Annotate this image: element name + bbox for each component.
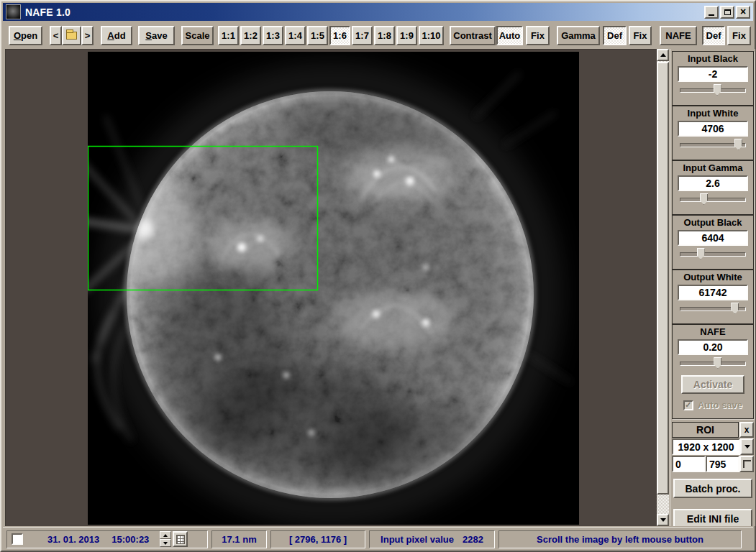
wavelength-text: 17.1 nm bbox=[222, 534, 256, 545]
vertical-scrollbar[interactable] bbox=[657, 49, 669, 526]
nafe-fix-button[interactable]: Fix bbox=[727, 26, 751, 45]
scale-1-4-button[interactable]: 1:4 bbox=[285, 26, 306, 45]
date-spinner bbox=[160, 531, 171, 547]
output-black-slider[interactable] bbox=[680, 248, 746, 260]
scale-1-9-button[interactable]: 1:9 bbox=[396, 26, 417, 45]
roi-position-row bbox=[672, 456, 754, 472]
roi-close-button[interactable]: x bbox=[739, 422, 754, 438]
save-button[interactable]: Save bbox=[138, 26, 175, 45]
input-black-slider[interactable] bbox=[680, 84, 746, 96]
scale-1-10-button[interactable]: 1:10 bbox=[419, 26, 444, 45]
date-text: 31. 01. 2013 bbox=[47, 534, 99, 545]
date-spinner-up-button[interactable] bbox=[160, 531, 171, 539]
next-file-button[interactable]: > bbox=[81, 26, 94, 45]
slider-thumb[interactable] bbox=[700, 193, 708, 205]
scrollbar-thumb[interactable] bbox=[657, 62, 669, 494]
arrow-down-icon bbox=[660, 518, 666, 525]
pixel-value-number: 2282 bbox=[463, 534, 483, 545]
browse-folder-button[interactable] bbox=[62, 26, 81, 45]
solar-image[interactable] bbox=[88, 52, 579, 525]
roi-header: ROI x bbox=[672, 422, 754, 438]
contrast-auto-button[interactable]: Auto bbox=[496, 26, 523, 45]
minimize-button[interactable] bbox=[704, 6, 719, 19]
activate-button[interactable]: Activate bbox=[681, 375, 744, 394]
batch-process-button[interactable]: Batch proc. bbox=[673, 479, 752, 498]
roi-section: ROI x 1920 x 1200 bbox=[672, 422, 754, 472]
close-button[interactable]: × bbox=[736, 6, 750, 19]
folder-icon bbox=[66, 32, 77, 40]
slider-thumb[interactable] bbox=[734, 139, 742, 150]
edit-ini-button[interactable]: Edit INI file bbox=[673, 509, 752, 526]
nafe-group: NAFE Activate ✓ Auto save bbox=[672, 324, 754, 419]
pixel-value-panel: Input pixel value 2282 bbox=[369, 530, 495, 548]
app-window: NAFE 1.0 × Open < > Add Save Scale 1:1 1… bbox=[0, 0, 756, 552]
roi-y-field[interactable] bbox=[706, 456, 739, 472]
slider-track[interactable] bbox=[680, 252, 746, 257]
scale-1-3-button[interactable]: 1:3 bbox=[263, 26, 283, 45]
input-gamma-group: Input Gamma bbox=[672, 160, 754, 215]
output-black-field[interactable] bbox=[678, 230, 748, 246]
app-icon bbox=[6, 4, 21, 19]
status-checkbox[interactable] bbox=[12, 533, 23, 545]
checkmark-icon: ✓ bbox=[685, 401, 691, 409]
gamma-fix-button[interactable]: Fix bbox=[629, 26, 652, 45]
nafe-field[interactable] bbox=[678, 339, 748, 355]
slider-track[interactable] bbox=[680, 362, 746, 366]
scale-1-7-button[interactable]: 1:7 bbox=[352, 26, 373, 45]
input-gamma-slider[interactable] bbox=[680, 193, 746, 206]
image-viewport[interactable] bbox=[5, 49, 657, 526]
scroll-up-button[interactable] bbox=[657, 49, 669, 61]
gamma-def-button[interactable]: Def bbox=[603, 26, 627, 45]
nafe-def-button[interactable]: Def bbox=[702, 26, 725, 45]
scale-1-6-button[interactable]: 1:6 bbox=[329, 26, 350, 45]
roi-size-dropdown-button[interactable] bbox=[740, 438, 754, 455]
contrast-fix-button[interactable]: Fix bbox=[526, 26, 550, 45]
corner-arrow-icon bbox=[743, 460, 751, 468]
input-white-slider[interactable] bbox=[680, 139, 746, 151]
time-text: 15:00:23 bbox=[111, 534, 149, 545]
arrow-up-icon bbox=[660, 50, 666, 57]
slider-thumb[interactable] bbox=[714, 84, 721, 96]
input-black-label: Input Black bbox=[673, 53, 753, 65]
output-white-group: Output White bbox=[672, 270, 754, 324]
input-white-field[interactable] bbox=[678, 121, 748, 137]
scale-1-1-button[interactable]: 1:1 bbox=[218, 26, 239, 45]
contrast-group-label: Contrast bbox=[450, 26, 496, 45]
roi-x-field[interactable] bbox=[672, 456, 706, 472]
nafe-group-label: NAFE bbox=[660, 26, 697, 45]
wavelength-panel: 17.1 nm bbox=[211, 530, 267, 548]
slider-track[interactable] bbox=[680, 88, 746, 93]
titlebar: NAFE 1.0 × bbox=[3, 3, 753, 21]
prev-file-button[interactable]: < bbox=[50, 26, 62, 45]
output-black-group: Output Black bbox=[672, 215, 754, 270]
output-white-slider[interactable] bbox=[680, 303, 746, 315]
input-black-field[interactable] bbox=[678, 66, 748, 82]
scale-1-2-button[interactable]: 1:2 bbox=[240, 26, 261, 45]
scroll-down-button[interactable] bbox=[657, 514, 669, 526]
window-title: NAFE 1.0 bbox=[25, 6, 70, 18]
hint-panel: Scroll the image by left mouse button bbox=[498, 530, 742, 548]
output-white-field[interactable] bbox=[678, 285, 748, 300]
input-white-label: Input White bbox=[673, 108, 753, 119]
roi-corner-button[interactable] bbox=[739, 456, 754, 472]
input-gamma-field[interactable] bbox=[678, 175, 748, 191]
calendar-button[interactable] bbox=[173, 531, 188, 547]
open-button[interactable]: Open bbox=[9, 26, 42, 45]
nafe-slider[interactable] bbox=[680, 357, 746, 369]
slider-thumb[interactable] bbox=[714, 357, 721, 369]
statusbar: 31. 01. 2013 15:00:23 17.1 nm [ 2796, 11… bbox=[3, 527, 753, 551]
maximize-button[interactable] bbox=[720, 6, 734, 19]
slider-track[interactable] bbox=[680, 198, 746, 202]
add-button[interactable]: Add bbox=[101, 26, 132, 45]
scale-1-8-button[interactable]: 1:8 bbox=[374, 26, 395, 45]
hint-text: Scroll the image by left mouse button bbox=[537, 534, 703, 545]
slider-thumb[interactable] bbox=[731, 303, 739, 314]
input-black-group: Input Black bbox=[672, 51, 754, 106]
roi-size-value[interactable]: 1920 x 1200 bbox=[672, 438, 740, 455]
auto-save-checkbox[interactable]: ✓ bbox=[683, 400, 693, 410]
slider-thumb[interactable] bbox=[697, 248, 705, 259]
output-white-label: Output White bbox=[673, 272, 753, 283]
scale-1-5-button[interactable]: 1:5 bbox=[307, 26, 328, 45]
roi-size-combo[interactable]: 1920 x 1200 bbox=[672, 438, 754, 455]
date-spinner-down-button[interactable] bbox=[160, 539, 171, 547]
